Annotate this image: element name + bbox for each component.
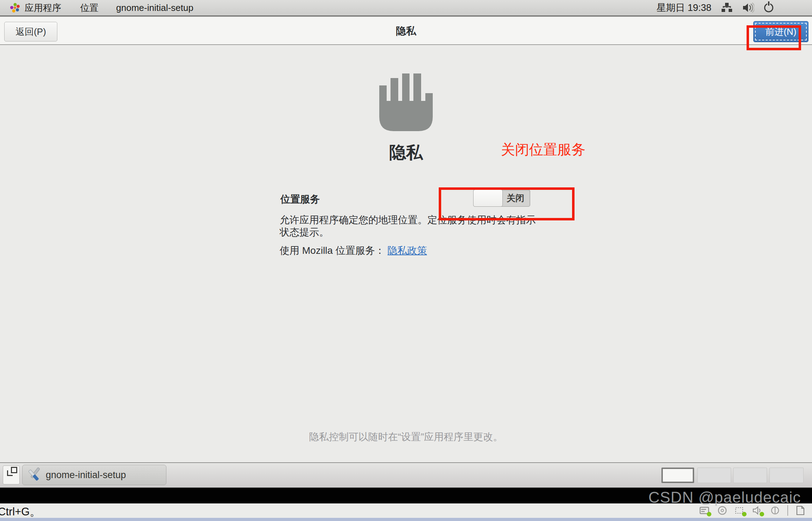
hand-stop-icon <box>379 73 433 131</box>
hdd-activity-dot <box>707 512 711 516</box>
taskbar-window-label: gnome-initial-setup <box>46 470 126 481</box>
taskbar: gnome-initial-setup <box>0 462 812 488</box>
active-window-menu[interactable]: gnome-initial-setup <box>111 0 198 15</box>
places-menu-label: 位置 <box>80 2 99 14</box>
optical-drive-status-icon[interactable] <box>717 505 728 516</box>
header-bar: 隐私 返回(P) 前进(N) <box>0 18 812 45</box>
annotation-box-switch <box>439 187 575 220</box>
hdd-status-icon[interactable] <box>699 505 710 516</box>
usb-status-icon[interactable] <box>770 505 780 516</box>
annotation-text: 关闭位置服务 <box>501 140 585 159</box>
page-header-title: 隐私 <box>0 18 812 45</box>
location-description-line2: 状态提示。 <box>280 226 329 239</box>
csdn-watermark: CSDN @paeludecaic <box>648 489 801 506</box>
show-desktop-button[interactable] <box>3 465 20 484</box>
clipboard-status-icon[interactable] <box>795 505 806 516</box>
vm-status-icons <box>699 505 806 516</box>
network-activity-dot <box>742 512 747 516</box>
window-edge-strip <box>0 518 812 521</box>
network-status-icon[interactable] <box>735 505 745 516</box>
location-services-label: 位置服务 <box>280 193 320 206</box>
active-window-label: gnome-initial-setup <box>116 2 194 13</box>
status-separator <box>787 505 788 516</box>
network-icon[interactable] <box>721 2 732 13</box>
host-key-text: Ctrl+G。 <box>0 504 40 519</box>
privacy-policy-link[interactable]: 隐私政策 <box>387 245 427 256</box>
show-desktop-icon <box>7 470 13 476</box>
volume-icon[interactable] <box>742 2 754 13</box>
workspace-4[interactable] <box>769 468 804 483</box>
audio-status-icon[interactable] <box>752 505 763 516</box>
setup-tools-icon <box>26 468 41 482</box>
annotation-box-forward <box>747 25 801 50</box>
taskbar-window-button[interactable]: gnome-initial-setup <box>22 465 166 485</box>
mozilla-service-line: 使用 Mozilla 位置服务： 隐私政策 <box>280 244 427 257</box>
workspace-1[interactable] <box>661 468 694 483</box>
places-menu[interactable]: 位置 <box>75 0 103 15</box>
audio-activity-dot <box>760 512 764 516</box>
footer-hint: 隐私控制可以随时在“设置”应用程序里更改。 <box>0 430 812 444</box>
page-title: 隐私 <box>0 141 812 164</box>
workspace-2[interactable] <box>697 468 731 483</box>
back-button[interactable]: 返回(P) <box>4 22 57 41</box>
applications-icon <box>10 2 20 13</box>
clock[interactable]: 星期日 19:38 <box>656 1 711 14</box>
top-panel: 应用程序 位置 gnome-initial-setup 星期日 19:38 <box>0 0 812 17</box>
panel-menus: 应用程序 位置 gnome-initial-setup <box>0 0 198 15</box>
workspace-3[interactable] <box>733 468 767 483</box>
applications-menu[interactable]: 应用程序 <box>5 0 66 15</box>
panel-indicators: 星期日 19:38 <box>656 1 812 14</box>
power-icon[interactable] <box>763 2 775 13</box>
applications-menu-label: 应用程序 <box>25 2 61 14</box>
mozilla-service-text: 使用 Mozilla 位置服务： <box>280 245 385 256</box>
screen: 应用程序 位置 gnome-initial-setup 星期日 19:38 <box>0 0 812 521</box>
